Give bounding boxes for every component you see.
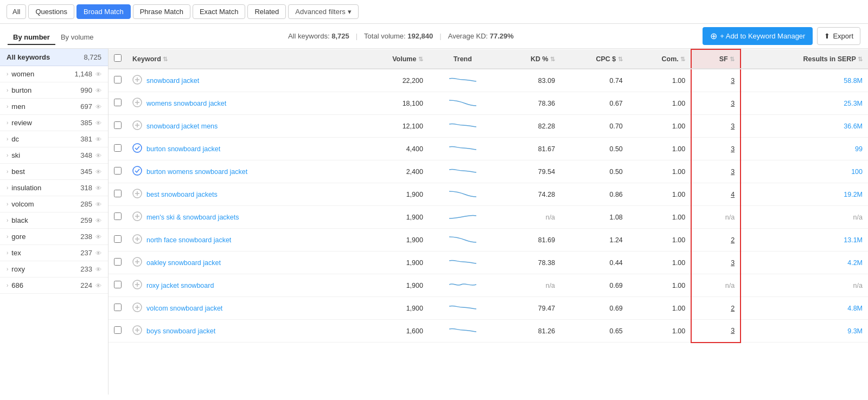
results-link[interactable]: 25.3M (844, 100, 863, 107)
kd-cell: 82.28 (497, 115, 560, 138)
add-circle-icon[interactable] (132, 120, 142, 132)
filter-broad-match-btn[interactable]: Broad Match (76, 4, 131, 19)
select-all-header[interactable] (108, 49, 127, 69)
sidebar-item[interactable]: › men 697 👁 (0, 99, 108, 115)
sidebar-item[interactable]: › black 259 👁 (0, 212, 108, 229)
sidebar-item[interactable]: › gore 238 👁 (0, 229, 108, 245)
sort-by-volume-tab[interactable]: By volume (55, 30, 99, 45)
eye-icon[interactable]: 👁 (95, 266, 101, 273)
add-circle-icon[interactable] (132, 98, 142, 109)
sidebar-item[interactable]: › review 385 👁 (0, 115, 108, 131)
filter-advanced-btn[interactable]: Advanced filters ▾ (288, 4, 359, 19)
filter-questions-btn[interactable]: Questions (28, 4, 74, 19)
add-circle-icon[interactable] (132, 234, 142, 246)
keyword-link[interactable]: oakley snowboard jacket (146, 259, 221, 267)
sidebar-item[interactable]: › tex 237 👁 (0, 245, 108, 261)
check-icon[interactable] (132, 166, 142, 177)
sidebar-item[interactable]: › 686 224 👁 (0, 278, 108, 294)
table-row: volcom snowboard jacket1,90079.470.691.0… (108, 297, 868, 320)
row-checkbox-cell[interactable] (108, 183, 127, 206)
results-link[interactable]: 100 (851, 168, 863, 176)
row-checkbox-cell[interactable] (108, 92, 127, 115)
row-checkbox-cell[interactable] (108, 138, 127, 160)
filter-exact-match-btn[interactable]: Exact Match (193, 4, 246, 19)
keyword-link[interactable]: burton womens snowboard jacket (146, 168, 247, 176)
check-icon[interactable] (132, 143, 142, 154)
results-link[interactable]: 4.8M (847, 305, 863, 312)
keyword-link[interactable]: snowboard jacket (146, 77, 199, 85)
keyword-link[interactable]: best snowboard jackets (146, 191, 218, 198)
eye-icon[interactable]: 👁 (95, 169, 101, 175)
trend-cell (429, 92, 497, 115)
keyword-cell: volcom snowboard jacket (127, 297, 354, 320)
eye-icon[interactable]: 👁 (95, 217, 101, 224)
svg-point-3 (133, 144, 142, 152)
eye-icon[interactable]: 👁 (95, 87, 101, 94)
eye-icon[interactable]: 👁 (95, 250, 101, 256)
cpc-cell: 0.69 (560, 297, 628, 320)
results-link[interactable]: 9.3M (847, 327, 863, 335)
filter-related-btn[interactable]: Related (247, 4, 286, 19)
row-checkbox-cell[interactable] (108, 320, 127, 343)
add-circle-icon[interactable] (132, 325, 142, 337)
keyword-link[interactable]: womens snowboard jacket (146, 100, 226, 107)
row-checkbox-cell[interactable] (108, 160, 127, 183)
add-circle-icon[interactable] (132, 75, 142, 86)
eye-icon[interactable]: 👁 (95, 120, 101, 126)
row-checkbox-cell[interactable] (108, 297, 127, 320)
keyword-link[interactable]: volcom snowboard jacket (146, 305, 222, 312)
keyword-cell: burton womens snowboard jacket (127, 160, 354, 183)
sidebar-item[interactable]: › dc 381 👁 (0, 131, 108, 147)
kd-cell: 81.26 (497, 320, 560, 343)
results-link[interactable]: 36.6M (844, 122, 863, 130)
results-link[interactable]: 19.2M (844, 191, 863, 198)
row-checkbox-cell[interactable] (108, 274, 127, 297)
eye-icon[interactable]: 👁 (95, 71, 101, 78)
add-circle-icon[interactable] (132, 302, 142, 314)
results-link[interactable]: 99 (855, 145, 863, 153)
volume-cell: 1,900 (354, 183, 429, 206)
trend-cell (429, 160, 497, 183)
keyword-link[interactable]: burton snowboard jacket (146, 145, 220, 153)
results-link[interactable]: 13.1M (844, 236, 863, 244)
sidebar-item[interactable]: › best 345 👁 (0, 164, 108, 180)
eye-icon[interactable]: 👁 (95, 282, 101, 289)
keyword-link[interactable]: men's ski & snowboard jackets (146, 214, 239, 221)
row-checkbox-cell[interactable] (108, 229, 127, 251)
eye-icon[interactable]: 👁 (95, 136, 101, 143)
eye-icon[interactable]: 👁 (95, 152, 101, 159)
eye-icon[interactable]: 👁 (95, 104, 101, 110)
row-checkbox-cell[interactable] (108, 206, 127, 229)
cpc-cell: 0.86 (560, 183, 628, 206)
keyword-link[interactable]: north face snowboard jacket (146, 236, 231, 244)
results-link[interactable]: 4.2M (847, 259, 863, 267)
row-checkbox-cell[interactable] (108, 115, 127, 138)
keyword-link[interactable]: snowboard jacket mens (146, 122, 218, 130)
keyword-link[interactable]: boys snowboard jacket (146, 327, 215, 335)
export-button[interactable]: ⬆ Export (817, 27, 860, 45)
all-keywords-stat: All keywords: 8,725 (288, 32, 349, 40)
sidebar-item[interactable]: › burton 990 👁 (0, 82, 108, 99)
add-circle-icon[interactable] (132, 189, 142, 200)
keyword-cell: womens snowboard jacket (127, 92, 354, 115)
row-checkbox-cell[interactable] (108, 251, 127, 274)
keyword-link[interactable]: roxy jacket snowboard (146, 282, 214, 289)
filter-all-btn[interactable]: All (7, 4, 26, 19)
add-circle-icon[interactable] (132, 211, 142, 223)
add-to-keyword-manager-button[interactable]: ⊕ + Add to Keyword Manager (703, 27, 813, 45)
filter-phrase-match-btn[interactable]: Phrase Match (133, 4, 190, 19)
sidebar-item[interactable]: › ski 348 👁 (0, 147, 108, 164)
add-circle-icon[interactable] (132, 280, 142, 291)
results-link[interactable]: 58.8M (844, 77, 863, 85)
sidebar-item[interactable]: › women 1,148 👁 (0, 66, 108, 82)
kd-cell: 79.47 (497, 297, 560, 320)
add-circle-icon[interactable] (132, 257, 142, 268)
eye-icon[interactable]: 👁 (95, 234, 101, 240)
sidebar-item[interactable]: › insulation 318 👁 (0, 180, 108, 196)
sidebar-item[interactable]: › volcom 285 👁 (0, 196, 108, 212)
sort-by-number-tab[interactable]: By number (8, 30, 55, 45)
row-checkbox-cell[interactable] (108, 69, 127, 92)
eye-icon[interactable]: 👁 (95, 201, 101, 208)
sidebar-item[interactable]: › roxy 233 👁 (0, 261, 108, 278)
eye-icon[interactable]: 👁 (95, 185, 101, 191)
